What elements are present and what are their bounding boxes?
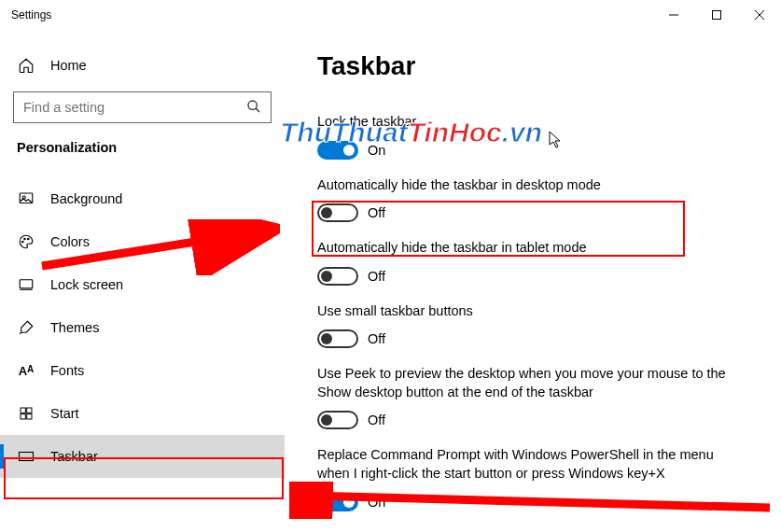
toggle-peek[interactable] (317, 411, 358, 429)
svg-point-4 (248, 101, 257, 109)
nav-colors[interactable]: Colors (0, 220, 285, 263)
setting-peek: Use Peek to preview the desktop when you… (317, 365, 762, 429)
nav-taskbar[interactable]: Taskbar (0, 435, 285, 478)
nav-fonts[interactable]: AA Fonts (0, 349, 285, 392)
nav-label: Taskbar (50, 449, 98, 464)
maximize-button[interactable] (695, 0, 738, 30)
nav-list: Background Colors Lock screen Themes AA … (0, 177, 285, 478)
setting-label: Automatically hide the taskbar in tablet… (317, 239, 762, 258)
setting-lock-taskbar: Lock the taskbar On (317, 113, 762, 160)
nav-label: Fonts (50, 363, 84, 378)
nav-label: Start (50, 406, 79, 421)
svg-rect-17 (20, 453, 34, 461)
toggle-lock-taskbar[interactable] (317, 141, 358, 160)
setting-autohide-desktop: Automatically hide the taskbar in deskto… (317, 176, 762, 223)
page-title: Taskbar (317, 51, 762, 81)
themes-icon (17, 319, 35, 336)
svg-point-10 (28, 238, 30, 240)
start-icon (17, 406, 35, 421)
svg-rect-16 (27, 414, 32, 419)
nav-lock-screen[interactable]: Lock screen (0, 263, 285, 306)
toggle-powershell[interactable] (317, 493, 358, 511)
setting-label: Use Peek to preview the desktop when you… (317, 365, 746, 401)
picture-icon (17, 190, 35, 207)
svg-rect-15 (21, 414, 25, 419)
nav-start[interactable]: Start (0, 392, 285, 435)
window-controls (652, 0, 781, 30)
nav-label: Lock screen (50, 277, 123, 292)
setting-label: Automatically hide the taskbar in deskto… (317, 176, 762, 195)
minimize-button[interactable] (652, 0, 695, 30)
nav-label: Background (50, 191, 122, 206)
setting-label: Use small taskbar buttons (317, 302, 762, 321)
toggle-state: On (368, 495, 385, 510)
palette-icon (17, 233, 35, 250)
search-box[interactable] (13, 91, 272, 123)
toggle-state: On (368, 143, 385, 158)
toggle-state: Off (368, 269, 385, 284)
fonts-icon: AA (17, 364, 35, 378)
setting-powershell: Replace Command Prompt with Windows Powe… (317, 446, 762, 511)
svg-point-8 (22, 241, 24, 243)
toggle-state: Off (368, 205, 385, 220)
content: Taskbar Lock the taskbar On Automaticall… (317, 51, 762, 528)
toggle-autohide-desktop[interactable] (317, 203, 358, 222)
setting-label: Lock the taskbar (317, 113, 762, 132)
home-label: Home (50, 58, 87, 73)
toggle-state: Off (368, 413, 385, 427)
close-button[interactable] (738, 0, 781, 30)
setting-small-buttons: Use small taskbar buttons Off (317, 302, 762, 349)
svg-rect-14 (27, 408, 32, 413)
toggle-autohide-tablet[interactable] (317, 267, 358, 286)
nav-label: Themes (50, 320, 99, 335)
toggle-state: Off (368, 331, 385, 346)
taskbar-icon (17, 450, 35, 463)
nav-background[interactable]: Background (0, 177, 285, 220)
section-header: Personalization (0, 123, 285, 155)
setting-autohide-tablet: Automatically hide the taskbar in tablet… (317, 239, 762, 286)
svg-rect-1 (713, 11, 721, 20)
lock-screen-icon (17, 276, 35, 293)
svg-rect-13 (21, 408, 25, 413)
nav-themes[interactable]: Themes (0, 306, 285, 349)
svg-rect-11 (20, 280, 33, 288)
sidebar: Home Personalization Background Colors L… (0, 30, 285, 532)
setting-label: Replace Command Prompt with Windows Powe… (317, 446, 746, 483)
window-title: Settings (11, 8, 51, 21)
nav-label: Colors (50, 234, 90, 249)
search-icon (246, 99, 263, 117)
toggle-small-buttons[interactable] (317, 329, 358, 348)
home-icon (17, 57, 35, 74)
svg-line-5 (256, 108, 259, 112)
search-input[interactable] (23, 100, 246, 115)
home-link[interactable]: Home (0, 47, 285, 84)
svg-point-9 (24, 238, 26, 240)
